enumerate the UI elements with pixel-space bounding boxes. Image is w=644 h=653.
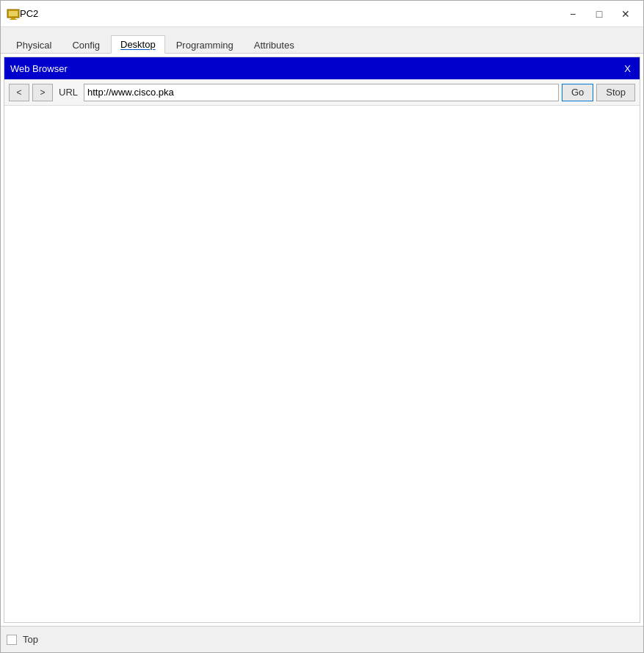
bottom-bar: Top (1, 626, 643, 652)
web-browser-panel: Web Browser X < > URL Go Stop (4, 57, 640, 623)
minimize-button[interactable]: − (561, 5, 585, 23)
app-title: PC2 (20, 8, 561, 19)
top-checkbox[interactable] (7, 635, 17, 645)
tab-bar: Physical Config Desktop Programming Attr… (1, 27, 643, 54)
svg-rect-2 (11, 18, 15, 19)
forward-button[interactable]: > (32, 84, 53, 101)
main-window: PC2 − □ ✕ Physical Config Desktop Progra… (0, 0, 644, 653)
back-button[interactable]: < (9, 84, 29, 101)
browser-close-button[interactable]: X (621, 63, 634, 74)
svg-rect-1 (9, 11, 18, 16)
tab-desktop[interactable]: Desktop (111, 35, 165, 54)
stop-button[interactable]: Stop (596, 84, 635, 101)
browser-title: Web Browser (10, 63, 68, 74)
browser-toolbar: < > URL Go Stop (4, 79, 640, 106)
close-button[interactable]: ✕ (614, 5, 637, 23)
url-label: URL (59, 87, 78, 98)
tab-physical[interactable]: Physical (7, 36, 61, 54)
window-controls: − □ ✕ (561, 5, 637, 23)
go-button[interactable]: Go (562, 84, 593, 101)
browser-title-bar: Web Browser X (4, 57, 640, 79)
tab-config[interactable]: Config (62, 36, 109, 54)
maximize-button[interactable]: □ (587, 5, 611, 23)
top-label: Top (23, 634, 38, 645)
main-content: Web Browser X < > URL Go Stop (1, 54, 643, 626)
app-icon (7, 7, 20, 21)
svg-rect-3 (10, 19, 17, 20)
url-input[interactable] (84, 84, 559, 101)
title-bar: PC2 − □ ✕ (1, 1, 643, 27)
browser-content-area (4, 106, 640, 622)
tab-attributes[interactable]: Attributes (245, 36, 304, 54)
tab-programming[interactable]: Programming (167, 36, 243, 54)
